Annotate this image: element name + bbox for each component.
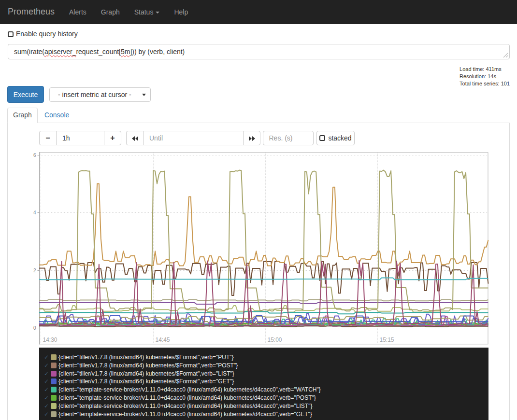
legend-check-icon[interactable]: ✓ [44,362,50,369]
expression-text: sum(irate( [14,48,44,56]
series-purple-flat [39,303,488,304]
legend-check-icon[interactable]: ✓ [44,378,50,385]
legend-item[interactable]: ✓{client="template-service-broker/v1.11.… [44,403,488,411]
legend-label: {client="tiller/v1.7.8 (linux/amd64) kub… [58,370,234,377]
navbar-menu: Alerts Graph Status Help [62,0,195,24]
resolution: Resolution: 14s [460,73,510,80]
tab-console[interactable]: Console [39,108,75,123]
insert-metric-select[interactable]: - insert metric at cursor - [49,87,151,102]
legend-swatch [51,371,57,377]
legend-item[interactable]: ✓{client="tiller/v1.7.8 (linux/amd64) ku… [44,370,488,378]
legend-swatch [51,378,57,384]
tab-graph[interactable]: Graph [7,108,38,123]
insert-metric-select-value: - insert metric at cursor - [58,91,131,98]
graph-panel: 024614:3014:4515:0015:15 − + stacked ✓{c… [7,123,510,420]
legend-swatch [51,354,57,360]
y-tick-label: 4 [33,210,36,215]
range-shrink-button[interactable]: − [39,131,57,145]
series-orange-steps [39,184,488,266]
expression-text: ])) by (verb, client) [130,48,185,56]
legend-check-icon[interactable]: ✓ [44,370,50,377]
nav-link-status[interactable]: Status [127,0,167,24]
expression-text: request_count[ [76,48,121,56]
x-tick-label: 14:45 [156,336,170,343]
navbar: Prometheus Alerts Graph Status Help [0,0,517,24]
nav-item-alerts: Alerts [62,0,94,24]
legend-swatch [51,387,57,392]
series-olive-spikes [39,170,488,311]
time-series-chart[interactable]: 024614:3014:4515:0015:15 [8,150,501,348]
x-tick-label: 15:15 [380,336,394,343]
x-tick-label: 14:30 [43,336,57,343]
nav-item-help: Help [167,0,195,24]
legend-label: {client="tiller/v1.7.8 (linux/amd64) kub… [58,378,234,385]
graph-controls: − + stacked [8,131,509,145]
range-grow-button[interactable]: + [104,131,121,145]
expression-misspelled-text: apiserver_ [44,48,76,56]
legend-check-icon[interactable]: ✓ [44,411,50,418]
until-input[interactable] [143,131,244,145]
y-tick-label: 6 [33,153,36,158]
time-forward-button[interactable] [243,131,260,145]
time-group [126,131,260,145]
query-history-row: Enable query history [8,30,78,39]
query-stats: Load time: 411ms Resolution: 14s Total t… [460,66,510,88]
select-caret-icon [142,94,146,96]
legend-item[interactable]: ✓{client="template-service-broker/v1.11.… [44,386,488,394]
legend-label: {client="tiller/v1.7.8 (linux/amd64) kub… [58,354,234,361]
resolution-input[interactable] [263,131,314,145]
fast-forward-icon [249,136,255,141]
stacked-label: stacked [328,134,351,142]
legend-check-icon[interactable]: ✓ [44,403,50,409]
legend-item[interactable]: ✓{client="tiller/v1.7.8 (linux/amd64) ku… [44,378,488,386]
y-tick-label: 2 [33,268,36,273]
expression-misspelled-text: 5m [121,48,130,56]
legend-label: {client="template-service-broker/v1.11.0… [58,394,316,401]
stacked-toggle-button[interactable]: stacked [316,131,355,145]
legend-item[interactable]: ✓{client="template-service-broker/v1.11.… [44,411,488,419]
series-teal-flat [39,278,488,280]
legend-item[interactable]: ✓{client="tiller/v1.7.8 (linux/amd64) ku… [44,362,488,370]
total-time-series: Total time series: 101 [460,80,510,87]
enable-query-history-label: Enable query history [16,30,78,38]
legend-check-icon[interactable]: ✓ [44,354,50,361]
nav-item-graph: Graph [94,0,127,24]
nav-link-graph[interactable]: Graph [94,0,127,24]
nav-link-alerts[interactable]: Alerts [62,0,94,24]
range-input[interactable] [56,131,104,145]
legend-swatch [51,403,57,409]
legend-check-icon[interactable]: ✓ [44,386,50,393]
execute-button[interactable]: Execute [7,86,44,103]
series-tsb-get-graykhaki [39,300,488,301]
x-tick-label: 15:00 [268,336,282,343]
time-back-button[interactable] [126,131,144,145]
stacked-checkbox[interactable] [319,135,325,141]
nav-link-help[interactable]: Help [167,0,195,24]
nav-item-status: Status [127,0,167,24]
expression-input[interactable]: sum(irate(apiserver_request_count[5m])) … [8,44,510,59]
rewind-icon [132,136,138,141]
resize-grip-icon[interactable] [503,52,508,58]
legend-label: {client="template-service-broker/v1.11.0… [58,411,312,418]
range-group: − + [39,131,121,145]
legend-label: {client="template-service-broker/v1.11.0… [58,386,321,393]
legend-swatch [51,411,57,417]
brand-link[interactable]: Prometheus [8,7,55,16]
tab-bar: Graph Console [7,108,510,123]
y-tick-label: 0 [33,325,36,331]
legend-swatch [51,395,57,401]
legend-label: {client="tiller/v1.7.8 (linux/amd64) kub… [58,362,238,369]
legend-swatch [51,363,57,368]
enable-query-history-checkbox[interactable] [8,31,14,37]
nav-status-label: Status [134,8,154,16]
legend-check-icon[interactable]: ✓ [44,394,50,401]
chart-legend: ✓{client="tiller/v1.7.8 (linux/amd64) ku… [39,348,488,420]
chevron-down-icon [156,12,159,14]
load-time: Load time: 411ms [460,66,510,73]
legend-item[interactable]: ✓{client="template-service-broker/v1.11.… [44,394,488,403]
legend-item[interactable]: ✓{client="tiller/v1.7.8 (linux/amd64) ku… [44,354,488,362]
legend-label: {client="template-service-broker/v1.11.0… [58,403,312,409]
